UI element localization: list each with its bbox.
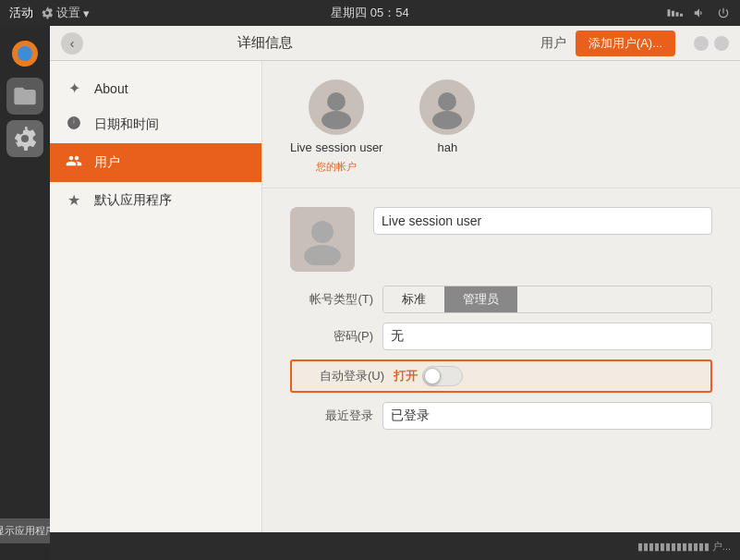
svg-point-6 (327, 92, 346, 111)
bottom-text: ▮▮▮▮▮▮▮▮▮▮▮▮▮ 户... (637, 540, 731, 554)
user-name-hah: hah (438, 140, 458, 154)
activity-button[interactable]: 活动 (9, 5, 33, 21)
password-value (382, 323, 712, 350)
svg-rect-2 (676, 12, 679, 17)
firefox-icon (8, 37, 42, 70)
password-label: 密码(P) (290, 328, 373, 345)
form-avatar[interactable] (290, 207, 355, 272)
settings-menu[interactable]: 设置 ▾ (41, 5, 90, 21)
star-icon: ★ (65, 191, 83, 209)
toggle-container: 打开 (394, 366, 463, 386)
avatar-svg-live (314, 85, 358, 129)
gear-icon (41, 6, 54, 19)
window-title: 详细信息 (92, 34, 439, 52)
svg-rect-0 (668, 9, 671, 17)
dock-settings[interactable] (6, 120, 43, 157)
last-login-input[interactable] (382, 402, 712, 430)
svg-point-10 (311, 221, 334, 243)
account-type-buttons: 标准 管理员 (382, 286, 712, 313)
svg-rect-1 (672, 11, 674, 17)
about-icon: ✦ (65, 79, 83, 97)
sidebar-item-users[interactable]: 用户 (50, 143, 261, 182)
last-login-value (382, 402, 712, 430)
power-icon (716, 6, 731, 19)
username-input[interactable] (373, 207, 712, 235)
dock-files[interactable] (6, 78, 43, 115)
dock-settings-icon (12, 126, 38, 152)
volume-icon (692, 6, 707, 19)
clock-icon (65, 116, 83, 134)
dock: 显示应用程序 (0, 26, 50, 560)
bottom-bar: ▮▮▮▮▮▮▮▮▮▮▮▮▮ 户... (50, 532, 740, 560)
main-panel: Live session user 您的帐户 hah (262, 61, 740, 532)
settings-label: 设置 (56, 5, 80, 21)
sidebar: ✦ About 日期和时间 (50, 61, 262, 532)
network-icon (666, 6, 683, 19)
svg-rect-3 (680, 14, 683, 17)
users-tab[interactable]: 用户 (540, 35, 566, 52)
avatar-svg-hah (425, 85, 469, 129)
svg-point-9 (432, 111, 462, 129)
window-controls (694, 36, 729, 51)
settings-window: ‹ 详细信息 用户 添加用户(A)... ✦ About (50, 26, 740, 560)
user-card-live[interactable]: Live session user 您的帐户 (290, 79, 382, 174)
admin-type-button[interactable]: 管理员 (444, 286, 517, 312)
form-fields (373, 207, 712, 235)
files-icon (12, 83, 38, 109)
toggle-on-label: 打开 (394, 368, 418, 384)
clock-svg (67, 116, 81, 130)
standard-type-button[interactable]: 标准 (383, 286, 444, 312)
sidebar-item-defaultapps-label: 默认应用程序 (94, 192, 172, 209)
account-type-label: 帐号类型(T) (290, 291, 373, 308)
topbar-left: 活动 设置 ▾ (9, 5, 90, 21)
topbar-right (666, 6, 731, 19)
account-type-row: 帐号类型(T) 标准 管理员 (290, 286, 712, 313)
svg-point-7 (321, 111, 351, 129)
topbar: 活动 设置 ▾ 星期四 05：54 (0, 0, 740, 26)
account-type-value: 标准 管理员 (382, 286, 712, 313)
add-user-button[interactable]: 添加用户(A)... (576, 30, 675, 56)
sidebar-item-about[interactable]: ✦ About (50, 70, 261, 106)
auto-login-row: 自动登录(U) 打开 (290, 359, 712, 393)
window-titlebar: ‹ 详细信息 用户 添加用户(A)... (50, 26, 740, 61)
topbar-time: 星期四 05：54 (331, 5, 409, 21)
password-input[interactable] (382, 323, 712, 350)
user-subtitle-live: 您的帐户 (316, 160, 357, 174)
users-icon (65, 152, 83, 173)
sidebar-item-defaultapps[interactable]: ★ 默认应用程序 (50, 182, 261, 218)
user-card-hah[interactable]: hah (419, 79, 475, 154)
last-login-row: 最近登录 (290, 402, 712, 430)
main-layout: 显示应用程序 ‹ 详细信息 用户 添加用户(A)... ✦ About (0, 26, 740, 560)
users-svg (66, 152, 82, 169)
settings-dropdown-arrow: ▾ (83, 6, 90, 20)
user-avatar-live (309, 79, 364, 135)
users-section: Live session user 您的帐户 hah (262, 61, 740, 189)
svg-point-8 (438, 92, 456, 111)
svg-point-5 (18, 46, 32, 61)
sidebar-item-datetime[interactable]: 日期和时间 (50, 106, 261, 143)
sidebar-item-users-label: 用户 (94, 154, 120, 171)
toggle-knob (424, 368, 441, 384)
form-avatar-svg (297, 213, 348, 265)
sidebar-item-about-label: About (94, 81, 128, 96)
last-login-label: 最近登录 (290, 408, 373, 424)
user-avatar-hah (419, 79, 475, 135)
dock-firefox[interactable] (6, 35, 43, 72)
settings-form: 帐号类型(T) 标准 管理员 密码(P) (262, 189, 740, 457)
password-row: 密码(P) (290, 323, 712, 350)
close-button[interactable] (714, 36, 729, 51)
avatar-username-row (290, 207, 712, 272)
user-name-live: Live session user (290, 140, 382, 154)
back-button[interactable]: ‹ (61, 32, 83, 55)
content-area: ✦ About 日期和时间 (50, 61, 740, 532)
auto-login-toggle[interactable] (422, 366, 463, 386)
sidebar-item-datetime-label: 日期和时间 (94, 116, 159, 133)
minimize-button[interactable] (694, 36, 709, 51)
auto-login-label: 自动登录(U) (301, 368, 384, 384)
svg-point-11 (304, 245, 341, 265)
